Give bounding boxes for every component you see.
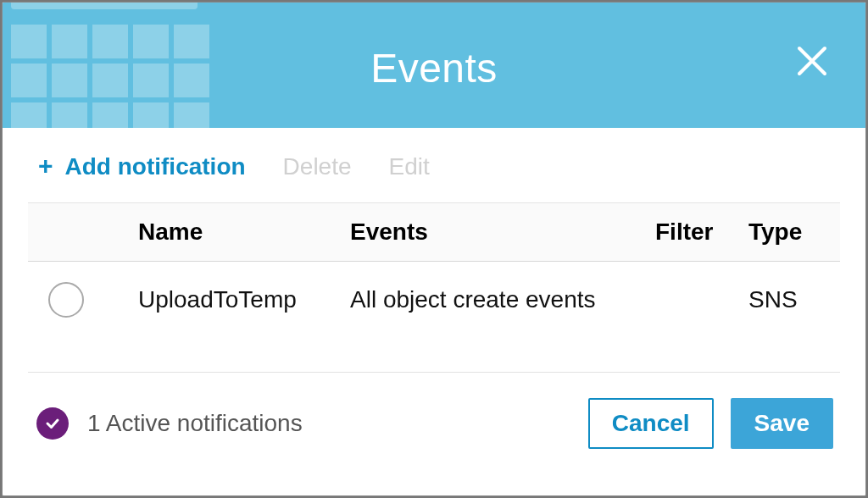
delete-button: Delete xyxy=(283,153,352,180)
close-icon xyxy=(795,44,829,78)
dialog-body: + Add notification Delete Edit Name Even… xyxy=(3,128,865,495)
table-body: UploadToTemp All object create events SN… xyxy=(28,262,840,338)
svg-rect-5 xyxy=(92,25,128,58)
close-button[interactable] xyxy=(789,38,835,84)
table-row: UploadToTemp All object create events SN… xyxy=(28,262,840,338)
edit-button: Edit xyxy=(389,153,430,180)
save-button[interactable]: Save xyxy=(731,398,833,449)
dialog-title: Events xyxy=(370,45,498,91)
add-notification-button[interactable]: + Add notification xyxy=(38,153,246,180)
column-header-name: Name xyxy=(138,219,350,246)
plus-icon: + xyxy=(38,153,53,179)
svg-rect-15 xyxy=(92,102,128,128)
svg-rect-12 xyxy=(174,64,209,97)
row-select-radio[interactable] xyxy=(48,282,84,318)
table-header-row: Name Events Filter Type xyxy=(28,202,840,262)
svg-rect-16 xyxy=(133,102,169,128)
check-icon xyxy=(44,415,61,432)
column-header-type: Type xyxy=(748,219,840,246)
cell-type: SNS xyxy=(748,286,840,313)
add-notification-label: Add notification xyxy=(65,153,246,180)
svg-rect-4 xyxy=(52,25,87,58)
svg-rect-10 xyxy=(92,64,128,97)
events-dialog: Events + Add notification Delete Edit Na… xyxy=(2,2,866,496)
calendar-bg-icon xyxy=(3,3,231,128)
svg-rect-3 xyxy=(11,25,47,58)
svg-rect-8 xyxy=(11,64,47,97)
dialog-header: Events xyxy=(3,3,865,128)
cancel-button[interactable]: Cancel xyxy=(588,398,714,449)
svg-rect-7 xyxy=(174,25,209,58)
column-header-filter: Filter xyxy=(655,219,748,246)
status-badge xyxy=(36,407,69,440)
svg-rect-6 xyxy=(133,25,169,58)
actions-row: + Add notification Delete Edit xyxy=(28,128,840,202)
cell-events: All object create events xyxy=(350,286,655,313)
status-text: 1 Active notifications xyxy=(87,410,303,437)
svg-rect-0 xyxy=(11,3,198,9)
notifications-table: Name Events Filter Type UploadToTemp All… xyxy=(28,202,840,338)
svg-rect-17 xyxy=(174,102,209,128)
column-header-events: Events xyxy=(350,219,655,246)
dialog-footer: 1 Active notifications Cancel Save xyxy=(28,373,840,471)
svg-rect-14 xyxy=(52,102,87,128)
svg-rect-13 xyxy=(11,102,47,128)
svg-rect-9 xyxy=(52,64,87,97)
cell-name: UploadToTemp xyxy=(138,286,350,313)
svg-rect-11 xyxy=(133,64,169,97)
